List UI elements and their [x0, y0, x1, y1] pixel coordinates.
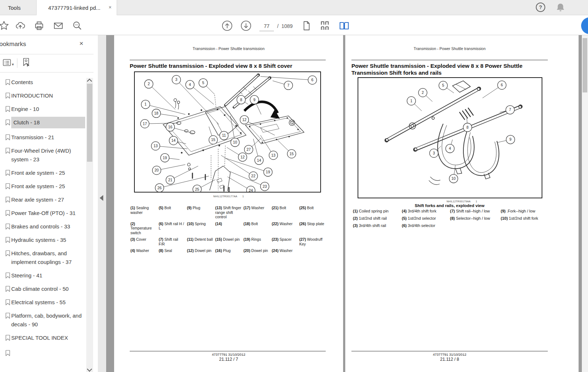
bookmarks-panel: Bookmarks × ▼ ContentsINTRODUCTIONEngine…: [0, 35, 98, 372]
find-current-bookmark-icon[interactable]: [21, 57, 32, 68]
bookmark-icon: [4, 250, 11, 257]
part-entry: (25) Bolt: [299, 206, 327, 219]
part-entry: (6) 3rd/4th selector: [402, 223, 450, 228]
callout-number: 10: [451, 177, 456, 181]
bookmark-item[interactable]: Platform, cab, bodywork, and decals - 90: [0, 311, 86, 329]
two-page-view-icon[interactable]: [339, 20, 350, 31]
part-entry: (13) Shift finger range shift control: [215, 206, 243, 219]
favorites-star-icon[interactable]: [0, 20, 9, 31]
bookmark-item[interactable]: Electrical systems - 55: [0, 298, 86, 307]
bookmark-item[interactable]: Front axle system - 25: [0, 182, 86, 191]
callout-number: 5: [442, 83, 444, 87]
part-entry: (19) Rings: [243, 237, 272, 246]
scroll-down-icon[interactable]: [87, 367, 92, 372]
help-icon[interactable]: ?: [536, 3, 545, 12]
scrolling-page-view-icon[interactable]: [320, 20, 330, 31]
bookmark-label: Transmission - 21: [11, 133, 84, 142]
next-page-icon[interactable]: [241, 20, 251, 31]
bookmark-options-icon[interactable]: [2, 58, 12, 67]
bookmark-label: Electrical systems - 55: [11, 298, 84, 307]
document-scrollbar[interactable]: [582, 35, 588, 372]
callout-number: 4: [449, 146, 451, 150]
figure-code-text: NHIL12TR00177AA: [213, 195, 237, 198]
bookmark-icon: [0, 334, 11, 342]
callout-leader-line: [230, 171, 265, 186]
callout-number: 3: [175, 78, 178, 82]
footer-page-number: 21.112 / 7: [114, 357, 343, 362]
bookmark-icon: [4, 350, 11, 356]
part-entry: (16) Plug: [215, 248, 243, 253]
page-number-input[interactable]: [259, 21, 274, 31]
bookmark-icon: [4, 134, 11, 141]
callout-number: 6: [501, 83, 503, 87]
previous-page-icon[interactable]: [222, 20, 233, 31]
bookmarks-scrollbar[interactable]: [86, 78, 93, 372]
footer-doc-number: 47377791 31/10/2012: [114, 352, 343, 356]
bookmarks-close-icon[interactable]: ×: [79, 40, 83, 47]
email-icon[interactable]: [53, 20, 64, 31]
bookmark-item[interactable]: Hydraulic systems - 35: [0, 236, 86, 244]
bookmark-item[interactable]: Front axle system - 25: [0, 169, 86, 177]
collapse-panel-icon[interactable]: [100, 195, 103, 201]
scrollbar-thumb[interactable]: [583, 38, 587, 92]
callout-number: 1: [145, 102, 147, 106]
bookmark-item[interactable]: Brakes and controls - 33: [0, 222, 86, 231]
bookmark-item[interactable]: Steering - 41: [0, 271, 86, 280]
callout-number: 26: [158, 186, 162, 190]
bookmark-item[interactable]: INTRODUCTION: [0, 91, 86, 100]
callout-number: 27: [247, 148, 251, 152]
scrollbar-thumb[interactable]: [87, 84, 92, 162]
bookmark-item[interactable]: [0, 349, 86, 356]
bookmark-item[interactable]: Cab climate control - 50: [0, 285, 86, 293]
search-zoom-icon[interactable]: [72, 20, 83, 31]
bookmark-item[interactable]: Rear axle system - 27: [0, 195, 86, 204]
divider: [351, 60, 548, 60]
bookmark-item[interactable]: Hitches, drawbars, and implement couplin…: [0, 249, 86, 266]
bookmark-label: SPECIAL TOOL INDEX: [11, 334, 84, 342]
bookmark-item[interactable]: Contents: [0, 78, 86, 87]
notifications-bell-icon[interactable]: [555, 2, 566, 13]
callout-number: 10: [233, 140, 237, 144]
callout-number: 12: [242, 118, 247, 122]
bookmark-item[interactable]: SPECIAL TOOL INDEX: [0, 334, 86, 342]
running-head: Transmission - Power Shuttle transmissio…: [345, 46, 554, 51]
part-entry: (8) Seal: [159, 248, 187, 253]
bookmark-icon: [0, 118, 11, 128]
bookmark-icon: [4, 169, 11, 176]
print-icon[interactable]: [34, 20, 45, 31]
chevron-down-icon[interactable]: ▼: [11, 63, 14, 66]
bookmark-item[interactable]: Power Take-Off (PTO) - 31: [0, 209, 86, 218]
bookmark-label: Contents: [11, 78, 84, 87]
page-number-field[interactable]: [259, 21, 274, 31]
bookmark-item[interactable]: Engine - 10: [0, 105, 86, 113]
bookmark-label: Steering - 41: [11, 271, 84, 280]
part-entry: (7) Shift rail F/R: [159, 237, 187, 246]
callout-number: 19: [163, 156, 167, 160]
part-entry: (20) Dowel pin: [243, 248, 272, 253]
tab-close-icon[interactable]: ×: [109, 4, 112, 10]
scroll-up-icon[interactable]: [87, 79, 92, 84]
part-entry: (10) 1st/2nd shift fork: [501, 216, 549, 221]
panel-splitter[interactable]: [98, 35, 106, 372]
part-entry: (1) Coiled spring pin: [353, 208, 402, 214]
divider: [351, 351, 548, 351]
cloud-upload-icon[interactable]: [15, 20, 26, 31]
figure-index: 1: [242, 195, 244, 198]
tab-document[interactable]: 47377791-linked pd... ×: [36, 0, 117, 15]
bookmark-icon: [0, 311, 11, 329]
bookmark-icon: [0, 236, 11, 244]
callout-number: 15: [211, 138, 216, 142]
callout-leader-line: [190, 85, 214, 104]
bookmark-item[interactable]: Four-Wheel Drive (4WD) system - 23: [0, 146, 86, 164]
part-entry: (9) Plug: [187, 206, 215, 219]
bookmark-item[interactable]: Transmission - 21: [0, 133, 86, 142]
bookmark-icon: [4, 236, 11, 243]
bookmark-label: INTRODUCTION: [11, 91, 84, 100]
bookmark-icon: [0, 195, 11, 204]
parts-legend: (1) Sealing washer(5) Bolt(9) Plug(13) S…: [130, 206, 327, 253]
bookmark-icon: [0, 169, 11, 177]
single-page-view-icon[interactable]: [301, 20, 312, 31]
bookmark-item[interactable]: Clutch - 18: [0, 118, 86, 128]
tab-tools[interactable]: Tools: [0, 0, 35, 15]
part-entry: (3) 3rd/4th shift rail: [353, 223, 402, 228]
